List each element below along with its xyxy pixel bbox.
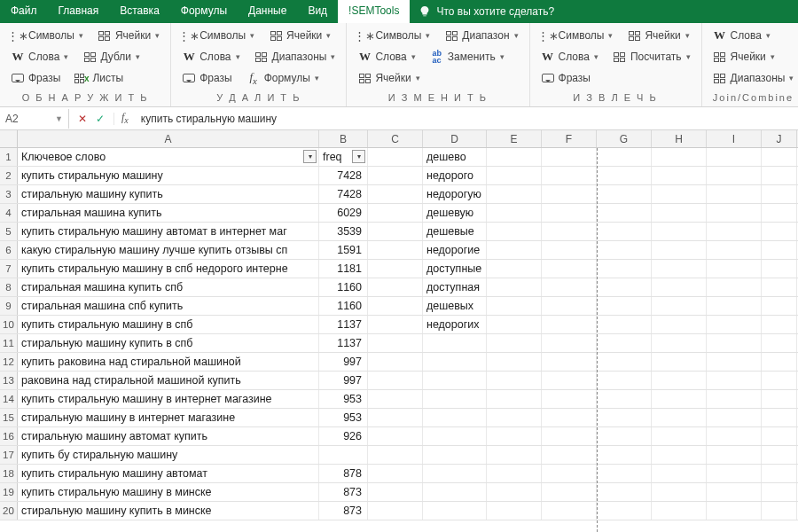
cell-D9[interactable]: дешевых bbox=[423, 297, 487, 315]
tab-semtools[interactable]: !SEMTools bbox=[338, 0, 410, 23]
диапазоны-button[interactable]: Диапазоны▾ bbox=[251, 48, 340, 66]
фразы-button[interactable]: Фразы bbox=[7, 69, 64, 87]
tell-me-search[interactable]: Что вы хотите сделать? bbox=[410, 0, 563, 23]
cell-J5[interactable] bbox=[762, 223, 797, 240]
col-header-B[interactable]: B bbox=[319, 130, 368, 147]
cell-J7[interactable] bbox=[762, 260, 797, 278]
cell-B10[interactable]: 1137 bbox=[319, 316, 368, 333]
cell-H20[interactable] bbox=[652, 502, 707, 520]
row-header[interactable]: 11 bbox=[0, 334, 18, 352]
cell-C2[interactable] bbox=[368, 167, 423, 184]
cell-J9[interactable] bbox=[762, 297, 797, 315]
cell-B13[interactable]: 997 bbox=[319, 372, 368, 389]
cell-D4[interactable]: дешевую bbox=[423, 204, 487, 222]
cell-B5[interactable]: 3539 bbox=[319, 223, 368, 240]
cell-J13[interactable] bbox=[762, 372, 797, 389]
cell-D7[interactable]: доступные bbox=[423, 260, 487, 278]
cell-H1[interactable] bbox=[652, 148, 707, 166]
cell-B12[interactable]: 997 bbox=[319, 353, 368, 371]
cell-G1[interactable] bbox=[597, 148, 652, 166]
cell-D11[interactable] bbox=[423, 334, 487, 352]
cell-G13[interactable] bbox=[597, 372, 652, 389]
слова-button[interactable]: WСлова▾ bbox=[7, 48, 72, 66]
cell-J15[interactable] bbox=[762, 409, 797, 426]
name-box[interactable]: A2 ▼ bbox=[0, 109, 69, 129]
cell-J12[interactable] bbox=[762, 353, 797, 371]
cell-F14[interactable] bbox=[542, 390, 597, 408]
row-header[interactable]: 8 bbox=[0, 278, 18, 296]
cell-E7[interactable] bbox=[487, 260, 542, 278]
cell-E13[interactable] bbox=[487, 372, 542, 389]
row-header[interactable]: 16 bbox=[0, 427, 18, 445]
tab-file[interactable]: Файл bbox=[0, 0, 48, 23]
cell-A1[interactable]: Ключевое слово▾ bbox=[18, 148, 319, 166]
accept-formula-button[interactable]: ✓ bbox=[96, 113, 105, 125]
листы-button[interactable]: xЛисты bbox=[71, 69, 127, 87]
cell-G12[interactable] bbox=[597, 353, 652, 371]
cell-G19[interactable] bbox=[597, 483, 652, 501]
cell-I11[interactable] bbox=[707, 334, 762, 352]
cell-J3[interactable] bbox=[762, 185, 797, 203]
row-header[interactable]: 9 bbox=[0, 297, 18, 315]
row-header[interactable]: 14 bbox=[0, 390, 18, 408]
tab-data[interactable]: Данные bbox=[238, 0, 297, 23]
cell-H19[interactable] bbox=[652, 483, 707, 501]
cell-D12[interactable] bbox=[423, 353, 487, 371]
cell-B2[interactable]: 7428 bbox=[319, 167, 368, 184]
cell-D15[interactable] bbox=[423, 409, 487, 426]
cell-J10[interactable] bbox=[762, 316, 797, 333]
cell-C8[interactable] bbox=[368, 278, 423, 296]
row-header[interactable]: 1 bbox=[0, 148, 18, 166]
ячейки-button[interactable]: Ячейки▾ bbox=[265, 27, 334, 44]
cell-A13[interactable]: раковина над стиральной машиной купить bbox=[18, 372, 319, 389]
cell-E6[interactable] bbox=[487, 241, 542, 259]
cell-I12[interactable] bbox=[707, 353, 762, 371]
cell-I4[interactable] bbox=[707, 204, 762, 222]
cell-G11[interactable] bbox=[597, 334, 652, 352]
cell-I10[interactable] bbox=[707, 316, 762, 333]
col-header-D[interactable]: D bbox=[423, 130, 487, 147]
cell-G14[interactable] bbox=[597, 390, 652, 408]
cell-B17[interactable] bbox=[319, 446, 368, 464]
cell-B11[interactable]: 1137 bbox=[319, 334, 368, 352]
cell-I13[interactable] bbox=[707, 372, 762, 389]
cell-H17[interactable] bbox=[652, 446, 707, 464]
cell-D5[interactable]: дешевые bbox=[423, 223, 487, 240]
fx-icon[interactable]: fx bbox=[114, 111, 136, 125]
cell-G2[interactable] bbox=[597, 167, 652, 184]
диапазоны-button[interactable]: Диапазоны▾ bbox=[709, 69, 798, 87]
cell-B9[interactable]: 1160 bbox=[319, 297, 368, 315]
cell-C18[interactable] bbox=[368, 465, 423, 482]
cell-C3[interactable] bbox=[368, 185, 423, 203]
фразы-button[interactable]: Фразы bbox=[537, 69, 594, 87]
cell-J18[interactable] bbox=[762, 465, 797, 482]
cell-E16[interactable] bbox=[487, 427, 542, 445]
row-header[interactable]: 3 bbox=[0, 185, 18, 203]
cell-A12[interactable]: купить раковина над стиральной машиной bbox=[18, 353, 319, 371]
cell-G10[interactable] bbox=[597, 316, 652, 333]
tab-home[interactable]: Главная bbox=[48, 0, 110, 23]
cell-J2[interactable] bbox=[762, 167, 797, 184]
слова-button[interactable]: WСлова▾ bbox=[178, 48, 243, 66]
cell-A18[interactable]: купить стиральную машину автомат bbox=[18, 465, 319, 482]
col-header-F[interactable]: F bbox=[542, 130, 597, 147]
row-header[interactable]: 7 bbox=[0, 260, 18, 278]
cell-E2[interactable] bbox=[487, 167, 542, 184]
cell-J6[interactable] bbox=[762, 241, 797, 259]
cell-H13[interactable] bbox=[652, 372, 707, 389]
cancel-formula-button[interactable]: ✕ bbox=[78, 113, 87, 125]
ячейки-button[interactable]: Ячейки▾ bbox=[354, 69, 423, 87]
cell-E4[interactable] bbox=[487, 204, 542, 222]
cell-J17[interactable] bbox=[762, 446, 797, 464]
ячейки-button[interactable]: Ячейки▾ bbox=[709, 48, 778, 66]
cell-G3[interactable] bbox=[597, 185, 652, 203]
cell-C7[interactable] bbox=[368, 260, 423, 278]
row-header[interactable]: 5 bbox=[0, 223, 18, 240]
cell-C20[interactable] bbox=[368, 502, 423, 520]
row-header[interactable]: 6 bbox=[0, 241, 18, 259]
cell-E10[interactable] bbox=[487, 316, 542, 333]
row-header[interactable]: 4 bbox=[0, 204, 18, 222]
cell-J19[interactable] bbox=[762, 483, 797, 501]
cell-A16[interactable]: стиральную машину автомат купить bbox=[18, 427, 319, 445]
col-header-A[interactable]: A bbox=[18, 130, 319, 147]
